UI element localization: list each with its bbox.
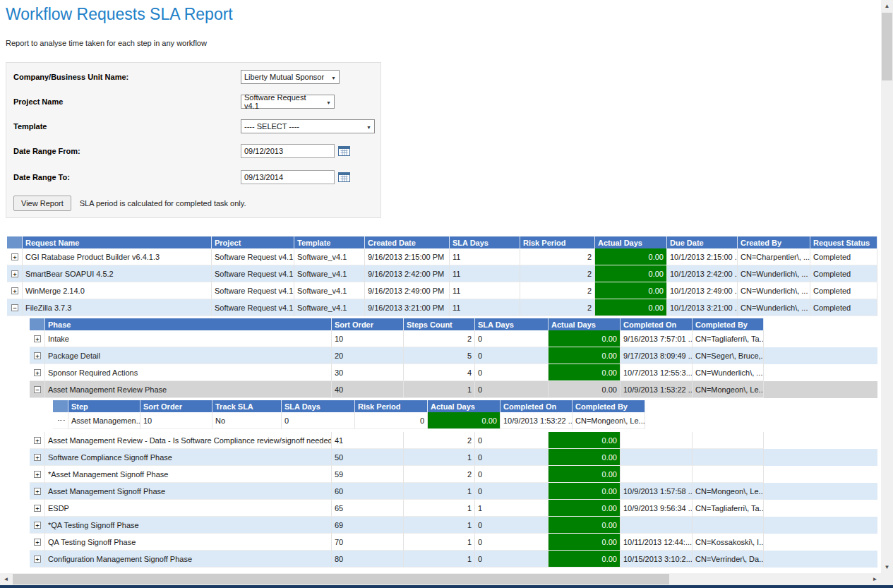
column-header-project: Project	[212, 236, 294, 248]
expand-icon[interactable]: +	[11, 270, 18, 277]
phase-row-sla: 0	[475, 483, 549, 500]
expand-icon[interactable]: +	[34, 505, 41, 512]
expand-icon[interactable]: +	[34, 454, 41, 461]
phase-row-sort: 10	[332, 330, 404, 347]
expand-icon[interactable]: +	[34, 335, 41, 342]
calendar-icon	[338, 145, 351, 157]
column-header-completed-on: Completed On	[621, 318, 693, 330]
scroll-down-icon[interactable]	[881, 561, 893, 573]
request-row-actual: 0.00	[595, 282, 667, 299]
scroll-right-icon[interactable]	[869, 573, 881, 585]
date-to-input[interactable]	[241, 170, 335, 184]
phase-row-sort: 30	[332, 364, 404, 381]
column-header-created-date: Created Date	[365, 236, 450, 248]
request-row-created: 9/16/2013 2:15:00 PM	[365, 248, 450, 265]
phase-row-sla: 0	[475, 364, 549, 381]
request-header-row: Request NameProjectTemplateCreated DateS…	[7, 236, 877, 248]
company-select[interactable]: Liberty Mutual Sponsor	[241, 70, 340, 84]
expander-cell: +	[30, 551, 45, 568]
phase-row-completed_by: CN=Mongeon\, Le...	[693, 483, 764, 500]
step-row-name: Asset Managemen...	[68, 412, 140, 429]
expand-icon[interactable]: +	[34, 488, 41, 495]
view-report-button[interactable]: View Report	[13, 196, 71, 211]
column-header-track-sla: Track SLA	[212, 400, 282, 412]
date-from-input[interactable]	[241, 144, 335, 158]
expander-cell: +	[30, 534, 45, 551]
phase-row: +Sponsor Required Actions30400.0010/7/20…	[30, 364, 877, 381]
phase-row: +*Asset Management Signoff Phase59200.00	[30, 466, 877, 483]
sla-note: SLA period is calculated for completed t…	[80, 199, 246, 208]
phase-row: +Package Detail20500.009/17/2013 8:09:49…	[30, 347, 877, 364]
column-header-sort-order: Sort Order	[332, 318, 404, 330]
scroll-left-icon[interactable]	[0, 573, 12, 585]
request-table-body: +CGI Ratabase Product Builder v6.4.1.3So…	[7, 248, 877, 316]
filter-actions: View Report SLA period is calculated for…	[13, 196, 246, 211]
step-row-actual: 0.00	[428, 412, 501, 429]
project-select-value: Software Request v4.1	[244, 93, 322, 110]
expander-cell: +	[7, 265, 23, 282]
phase-row-sort: 41	[332, 432, 404, 449]
phase-row: +ESDP65110.0010/9/2013 9:56:34 ...CN=Tag…	[30, 500, 877, 517]
phase-row-completed_on	[621, 466, 693, 483]
report-page: Workflow Requests SLA Report Report to a…	[0, 0, 893, 588]
expand-icon[interactable]: +	[34, 352, 41, 359]
chevron-down-icon	[362, 122, 371, 131]
expand-icon[interactable]: +	[34, 471, 41, 478]
step-row-completed_on: 10/9/2013 1:53:22 ...	[501, 412, 573, 429]
phase-row-completed_by: CN=Tagliaferri\, Ta...	[693, 330, 764, 347]
date-to-calendar-button[interactable]	[338, 171, 352, 184]
expand-icon[interactable]: +	[34, 369, 41, 376]
expander-cell: +	[30, 517, 45, 534]
phase-row-completed_by	[693, 517, 764, 534]
expander-column-header	[7, 236, 23, 248]
template-select[interactable]: ---- SELECT ----	[241, 119, 375, 133]
phase-header-row: PhaseSort OrderSteps CountSLA DaysActual…	[30, 318, 877, 330]
horizontal-scrollbar[interactable]	[0, 573, 881, 585]
expander-cell: +	[30, 500, 45, 517]
column-header-steps-count: Steps Count	[404, 318, 475, 330]
expand-icon[interactable]: +	[34, 437, 41, 444]
project-select[interactable]: Software Request v4.1	[241, 95, 335, 109]
phase-row-name: *Asset Management Signoff Phase	[45, 466, 332, 483]
phase-row-name: Asset Management Review - Data - Is Soft…	[45, 432, 332, 449]
scroll-up-icon[interactable]	[881, 0, 893, 12]
expand-icon[interactable]: +	[34, 539, 41, 546]
phase-row-completed_on: 9/17/2013 8:09:49 ...	[621, 347, 693, 364]
request-row-actual: 0.00	[595, 248, 667, 265]
request-row-project: Software Request v4.1	[212, 248, 294, 265]
expand-icon[interactable]: +	[11, 287, 18, 294]
phase-row-name: ESDP	[45, 500, 332, 517]
expander-cell: −	[7, 299, 23, 316]
expander-cell: +	[30, 364, 45, 381]
expander-column-header	[30, 318, 45, 330]
phase-row-steps: 4	[404, 364, 475, 381]
horizontal-scrollbar-thumb[interactable]	[13, 574, 669, 584]
request-row-template: Software_v4.1	[294, 248, 365, 265]
expand-icon[interactable]: +	[34, 556, 41, 563]
date-from-calendar-button[interactable]	[338, 145, 352, 157]
phase-row-completed_on	[621, 517, 693, 534]
request-row: +CGI Ratabase Product Builder v6.4.1.3So…	[7, 248, 877, 265]
vertical-scrollbar[interactable]	[881, 0, 893, 573]
step-table: StepSort OrderTrack SLASLA DaysRisk Peri…	[53, 400, 877, 429]
expand-icon[interactable]: +	[34, 522, 41, 529]
phase-row-steps: 1	[404, 517, 475, 534]
phase-row: +Software Compliance Signoff Phase50100.…	[30, 449, 877, 466]
collapse-icon[interactable]: −	[11, 304, 18, 311]
phase-row-sla: 1	[475, 500, 549, 517]
phase-row-actual: 0.00	[549, 500, 621, 517]
company-label: Company/Business Unit Name:	[13, 73, 128, 81]
phase-row-steps: 1	[404, 500, 475, 517]
expand-icon[interactable]: +	[11, 253, 18, 260]
column-header-sort-order: Sort Order	[140, 400, 212, 412]
page-subtitle: Report to analyse time taken for each st…	[6, 39, 207, 47]
vertical-scrollbar-thumb[interactable]	[882, 13, 892, 80]
phase-row-sort: 20	[332, 347, 404, 364]
collapse-icon[interactable]: −	[34, 386, 41, 393]
phase-row-sla: 0	[475, 347, 549, 364]
template-select-value: ---- SELECT ----	[244, 122, 299, 131]
chevron-down-icon	[327, 73, 336, 81]
phase-row-completed_on: 10/11/2013 12:44:...	[621, 534, 693, 551]
scrollbar-corner	[881, 573, 893, 585]
request-row-created_by: CN=Charpentier\, ...	[738, 248, 810, 265]
